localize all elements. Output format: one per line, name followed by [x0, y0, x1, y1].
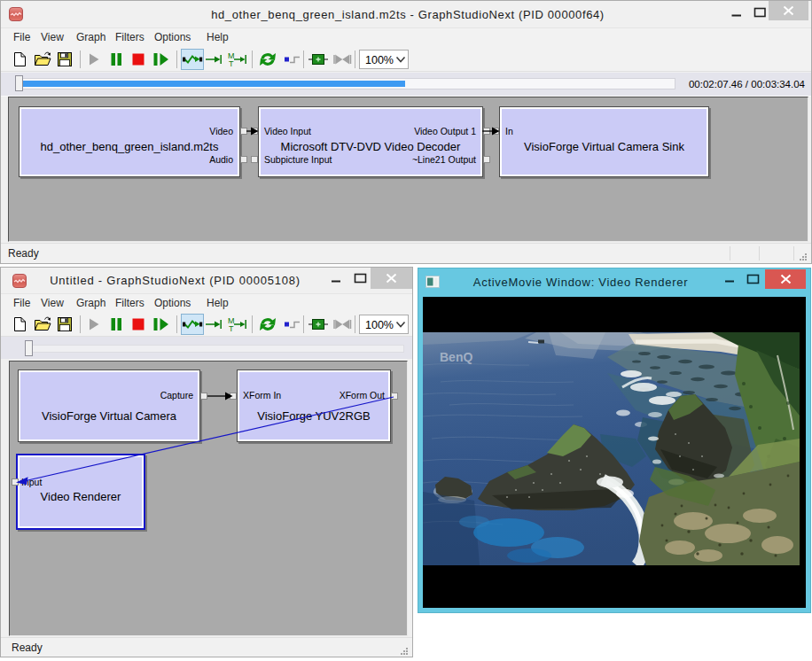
- svg-text:M: M: [228, 316, 235, 325]
- svg-text:100%: 100%: [365, 319, 394, 331]
- svg-text:T: T: [229, 324, 234, 333]
- svg-text:BenQ: BenQ: [440, 350, 472, 364]
- svg-text:T: T: [229, 59, 234, 68]
- svg-text:M: M: [228, 51, 235, 60]
- svg-text:100%: 100%: [365, 54, 394, 66]
